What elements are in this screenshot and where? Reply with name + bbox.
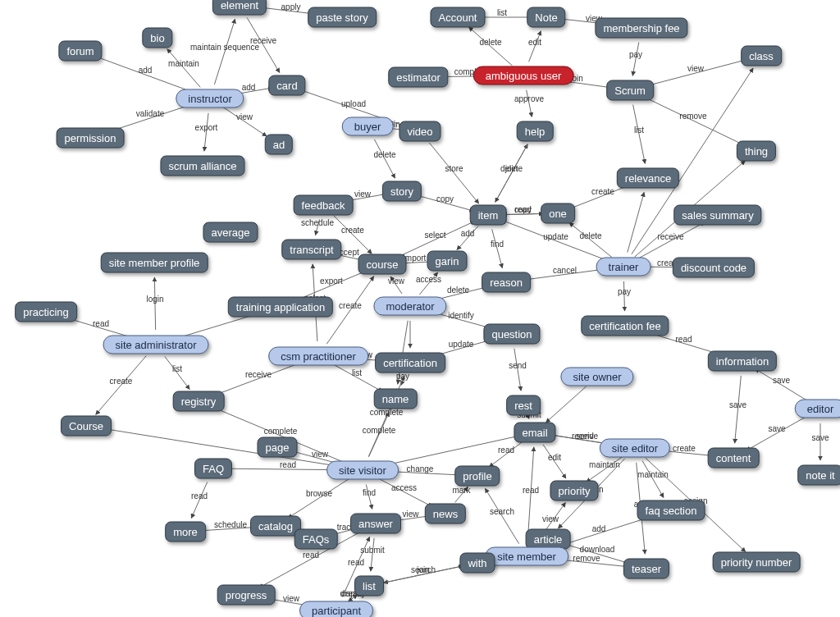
node-one[interactable]: one — [541, 203, 575, 224]
node-site_administrator[interactable]: site administrator — [103, 336, 209, 354]
edge-label-feedback-story: view — [354, 190, 372, 199]
node-news[interactable]: news — [425, 504, 466, 524]
node-ad[interactable]: ad — [265, 135, 293, 155]
node-site_member_profile[interactable]: site member profile — [101, 253, 208, 273]
node-question[interactable]: question — [483, 324, 540, 345]
node-garin[interactable]: garin — [427, 251, 468, 272]
edge-email-priority — [543, 445, 566, 478]
node-training_application[interactable]: training application — [228, 297, 333, 318]
node-relevance[interactable]: relevance — [617, 168, 679, 189]
edge-label-one-relevance: create — [591, 187, 614, 196]
edge-label-editor-content: save — [768, 424, 786, 433]
node-information[interactable]: information — [708, 351, 777, 372]
edge-label-moderator-question: identify — [448, 311, 474, 320]
node-participant[interactable]: participant — [299, 601, 373, 618]
node-video[interactable]: video — [399, 121, 441, 142]
node-progress[interactable]: progress — [217, 585, 276, 606]
node-scrum_alliance[interactable]: scrum alliance — [160, 156, 244, 176]
edge-item-one — [503, 213, 543, 214]
node-teaser[interactable]: teaser — [623, 559, 669, 579]
edge-trainer-item — [502, 220, 609, 261]
node-transcript[interactable]: transcript — [281, 240, 341, 260]
node-reason[interactable]: reason — [482, 272, 531, 293]
node-practicing[interactable]: practicing — [15, 302, 77, 322]
node-bio[interactable]: bio — [142, 28, 172, 48]
node-discount_code[interactable]: discount code — [673, 258, 755, 278]
node-story[interactable]: story — [382, 181, 422, 202]
edge-question-rest — [514, 349, 521, 391]
node-rest[interactable]: rest — [506, 395, 541, 416]
node-average[interactable]: average — [203, 222, 258, 243]
node-content[interactable]: content — [708, 448, 760, 468]
node-card[interactable]: card — [268, 75, 305, 96]
node-list[interactable]: list — [354, 576, 384, 596]
node-certification[interactable]: certification — [375, 353, 445, 373]
node-site_visitor[interactable]: site visitor — [326, 461, 399, 480]
node-estimator[interactable]: estimator — [388, 67, 448, 88]
node-answer[interactable]: answer — [350, 514, 401, 534]
edge-item-reason — [492, 229, 503, 267]
edge-instructor-ad — [222, 107, 267, 136]
edge-label-trainer-reason: cancel — [553, 266, 577, 275]
node-help[interactable]: help — [517, 121, 554, 142]
node-scrum[interactable]: Scrum — [606, 80, 654, 101]
edge-label-csm_practitioner-name: list — [352, 368, 362, 377]
node-feedback[interactable]: feedback — [294, 195, 354, 216]
edge-label-site_member-profile: search — [490, 507, 514, 516]
edge-with-list — [384, 566, 463, 583]
node-priority[interactable]: priority — [550, 481, 598, 501]
node-buyer[interactable]: buyer — [342, 117, 394, 136]
edge-element-card — [247, 17, 280, 72]
node-csm_practitioner[interactable]: csm practitioner — [268, 347, 368, 366]
node-priority_number[interactable]: priority number — [713, 552, 801, 573]
node-site_owner[interactable]: site owner — [560, 368, 633, 386]
node-ambiguous_user[interactable]: ambiguous user — [473, 66, 574, 85]
node-email[interactable]: email — [514, 423, 555, 443]
node-forum[interactable]: forum — [58, 41, 102, 62]
edge-label-site_visitor-catalog: browse — [306, 489, 333, 498]
node-page[interactable]: page — [258, 437, 298, 458]
node-faq_section[interactable]: faq section — [637, 500, 705, 521]
node-name[interactable]: name — [374, 389, 418, 409]
node-thing[interactable]: thing — [737, 141, 776, 162]
node-element[interactable]: element — [212, 0, 267, 16]
node-item[interactable]: item — [470, 205, 507, 226]
edge-trainer-relevance — [628, 192, 644, 252]
edge-label-site_administrator-site_member_profile: login — [146, 295, 163, 304]
edge-one-item — [503, 213, 543, 214]
node-note_it[interactable]: note it — [797, 465, 840, 486]
node-membership_fee[interactable]: membership fee — [595, 18, 687, 39]
edge-ambiguous_user-account — [468, 27, 512, 66]
node-more[interactable]: more — [165, 522, 206, 542]
node-site_member[interactable]: site member — [485, 547, 568, 566]
node-course_lc[interactable]: course — [358, 254, 406, 275]
node-instructor[interactable]: instructor — [176, 89, 244, 108]
node-paste_story[interactable]: paste story — [308, 7, 377, 28]
edge-scrum-relevance — [633, 105, 646, 164]
node-account[interactable]: Account — [431, 7, 486, 28]
edge-label-instructor-scrum_alliance: export — [195, 123, 218, 132]
node-registry[interactable]: registry — [173, 391, 225, 412]
edge-label-email-profile: read — [498, 446, 514, 455]
edge-instructor-forum — [94, 56, 196, 94]
node-faq[interactable]: FAQ — [194, 459, 232, 479]
node-moderator[interactable]: moderator — [373, 297, 446, 316]
node-profile[interactable]: profile — [454, 466, 500, 487]
node-sales_summary[interactable]: sales summary — [673, 205, 761, 226]
node-faqs[interactable]: FAQs — [294, 529, 338, 550]
edge-label-certification_fee-information: read — [675, 335, 692, 344]
node-editor[interactable]: editor — [795, 400, 840, 418]
node-class[interactable]: class — [741, 46, 782, 66]
node-catalog[interactable]: catalog — [250, 516, 301, 537]
edge-label-instructor-card: add — [242, 83, 256, 92]
node-permission[interactable]: permission — [57, 128, 125, 149]
node-site_editor[interactable]: site editor — [600, 439, 670, 458]
node-with[interactable]: with — [459, 553, 495, 574]
node-trainer[interactable]: trainer — [596, 258, 651, 277]
node-note[interactable]: Note — [527, 7, 565, 28]
edge-label-site_administrator-course_cap: create — [110, 377, 133, 386]
node-certification_fee[interactable]: certification fee — [581, 316, 669, 336]
edge-label-item-help: delete — [500, 164, 523, 173]
node-course_cap[interactable]: Course — [61, 416, 112, 436]
edge-site_visitor-answer — [366, 484, 372, 509]
